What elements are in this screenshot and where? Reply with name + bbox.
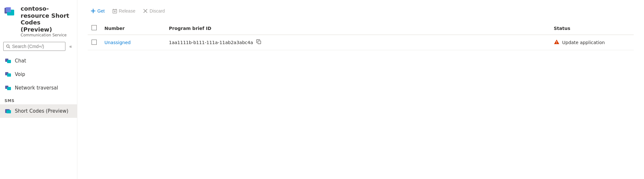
number-cell: Unassigned <box>101 35 165 50</box>
page-title: contoso-resource Short Codes (Preview) <box>21 5 73 33</box>
discard-button[interactable]: Discard <box>140 6 168 15</box>
table-row: Unassigned 1aa1111b-b111-111a-11ab2a3abc… <box>88 35 634 50</box>
table-header-number: Number <box>101 22 165 35</box>
chat-icon <box>5 57 12 64</box>
svg-rect-10 <box>7 87 11 90</box>
voip-icon <box>5 71 12 78</box>
status-cell: ! Update application <box>550 35 634 50</box>
search-wrap[interactable] <box>3 42 65 51</box>
release-label: Release <box>119 8 135 14</box>
get-label: Get <box>97 8 105 14</box>
table-header-checkbox <box>88 22 101 35</box>
search-row: « <box>3 42 74 51</box>
program-id-value: 1aa1111b-b111-111a-11ab2a3abc4a <box>169 40 253 45</box>
chat-label: Chat <box>15 58 26 64</box>
row-checkbox-cell <box>88 35 101 50</box>
warning-icon: ! <box>554 39 560 46</box>
svg-rect-25 <box>258 41 261 44</box>
app-title-block: contoso-resource Short Codes (Preview) C… <box>21 5 73 37</box>
sidebar-item-short-codes[interactable]: Short Codes (Preview) <box>0 104 77 118</box>
unassigned-link[interactable]: Unassigned <box>104 40 131 45</box>
svg-rect-6 <box>7 60 11 63</box>
get-button[interactable]: Get <box>88 6 108 15</box>
header-checkbox[interactable] <box>92 25 97 30</box>
discard-label: Discard <box>150 8 165 14</box>
voip-label: Voip <box>15 71 25 77</box>
sms-section-label: SMS <box>0 95 77 104</box>
svg-line-4 <box>9 47 10 48</box>
row-checkbox[interactable] <box>92 40 97 45</box>
program-id-cell: 1aa1111b-b111-111a-11ab2a3abc4a <box>165 35 550 50</box>
short-codes-label: Short Codes (Preview) <box>15 108 68 114</box>
main-content: Get Release <box>77 0 644 179</box>
trash-icon <box>112 8 117 14</box>
nav-item-chat[interactable]: Chat <box>0 54 77 68</box>
sidebar: contoso-resource Short Codes (Preview) C… <box>0 0 77 179</box>
svg-rect-12 <box>6 110 11 113</box>
table-header-program-id: Program brief ID <box>165 22 550 35</box>
plus-icon <box>91 9 95 13</box>
status-text: Update application <box>562 40 605 45</box>
nav-item-network-traversal[interactable]: Network traversal <box>0 81 77 95</box>
network-traversal-icon <box>5 84 12 91</box>
search-icon <box>6 44 10 49</box>
collapse-button[interactable]: « <box>67 43 74 50</box>
copy-icon[interactable] <box>256 39 261 46</box>
app-icon <box>4 5 17 18</box>
release-button[interactable]: Release <box>109 6 139 15</box>
app-subtitle: Communication Service <box>21 33 73 37</box>
network-traversal-label: Network traversal <box>15 85 58 91</box>
table-header-status: Status <box>550 22 634 35</box>
svg-rect-2 <box>6 7 11 12</box>
svg-rect-8 <box>7 73 11 77</box>
nav-item-voip[interactable]: Voip <box>0 68 77 81</box>
x-icon <box>143 9 148 13</box>
app-header: contoso-resource Short Codes (Preview) C… <box>0 0 77 41</box>
short-codes-table: Number Program brief ID Status <box>88 22 634 50</box>
svg-text:!: ! <box>556 41 557 44</box>
toolbar: Get Release <box>88 6 634 15</box>
short-codes-icon <box>5 108 12 115</box>
search-input[interactable] <box>12 44 63 49</box>
